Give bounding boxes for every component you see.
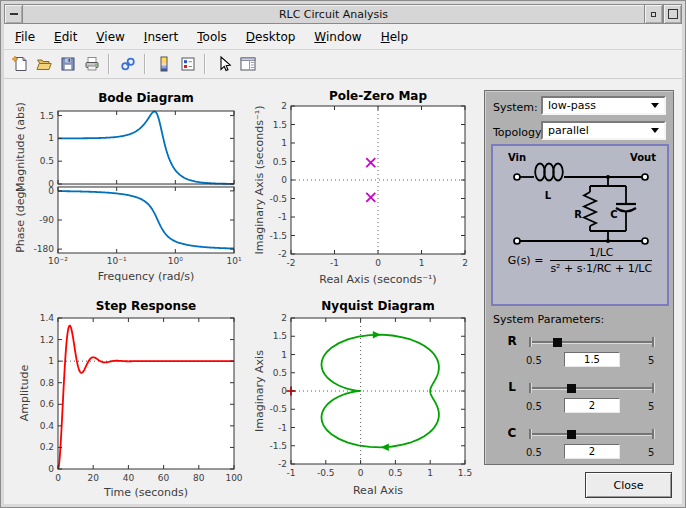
- pole-zero-ylabel: Imaginary Axis (seconds⁻¹): [254, 105, 266, 254]
- x-tick-label: 10⁻¹: [107, 256, 127, 266]
- system-dropdown[interactable]: low-pass: [541, 96, 666, 115]
- menu-bar: FileEditViewInsertToolsDesktopWindowHelp: [4, 25, 682, 49]
- capacitor-label: C: [610, 209, 617, 220]
- nyquist-plot-area: [291, 318, 465, 464]
- pole-zero-plot-area: [291, 106, 465, 254]
- link-plots-icon: [119, 55, 137, 73]
- y-tick-label: 1.4: [40, 313, 55, 323]
- bode-mag-title: Bode Diagram: [98, 91, 194, 105]
- y-tick-label: -1: [278, 212, 287, 222]
- edit-plot-arrow-icon: [215, 55, 233, 73]
- transfer-function-numerator: 1/LC: [550, 246, 652, 261]
- resistor-label: R: [574, 209, 582, 220]
- y-tick-label: 0.8: [40, 378, 55, 388]
- x-tick-label: -1: [330, 258, 339, 268]
- new-document-button[interactable]: [9, 53, 31, 75]
- terminal: [642, 238, 648, 244]
- maximize-button[interactable]: [663, 4, 682, 24]
- x-tick-label: 0.5: [388, 468, 402, 478]
- slider-track[interactable]: [530, 387, 653, 389]
- x-tick-label: 1: [427, 468, 433, 478]
- circuit-schematic: VinVoutLRC: [493, 146, 667, 246]
- slider-min-label: 0.5: [526, 355, 542, 366]
- terminal: [514, 238, 520, 244]
- slider-value-input[interactable]: 2: [564, 398, 620, 413]
- topology-dropdown-value: parallel: [543, 123, 664, 138]
- slider-max-label: 5: [648, 355, 654, 366]
- save-button[interactable]: [57, 53, 79, 75]
- slider-track[interactable]: [530, 341, 653, 343]
- menu-item-tools[interactable]: Tools: [190, 27, 234, 47]
- open-folder-button[interactable]: [33, 53, 55, 75]
- window-menu-button[interactable]: [4, 4, 23, 24]
- topology-dropdown[interactable]: parallel: [541, 121, 666, 140]
- resistor-zigzag: [584, 192, 596, 226]
- control-panel: System: low-pass Topology: parallel VinV…: [484, 90, 674, 465]
- menu-item-insert[interactable]: Insert: [137, 27, 185, 47]
- menu-item-help[interactable]: Help: [374, 27, 415, 47]
- slider-max-tick: [652, 429, 654, 439]
- y-tick-label: 0.2: [40, 442, 54, 452]
- menu-item-window[interactable]: Window: [307, 27, 368, 47]
- chevron-down-icon: [651, 128, 659, 133]
- print-button[interactable]: [81, 53, 103, 75]
- slider-value-input[interactable]: 1.5: [564, 352, 620, 367]
- transfer-function-denominator: s² + s·1/RC + 1/LC: [550, 261, 652, 275]
- close-button[interactable]: Close: [585, 472, 672, 498]
- menu-item-file[interactable]: File: [8, 27, 42, 47]
- bode-mag-ylabel: Magnitude (abs): [14, 102, 27, 192]
- slider-value-input[interactable]: 2: [564, 444, 620, 459]
- slider-handle[interactable]: [553, 338, 562, 347]
- insert-colorbar-button[interactable]: [153, 53, 175, 75]
- minimize-button[interactable]: [644, 4, 663, 24]
- menu-item-edit[interactable]: Edit: [47, 27, 84, 47]
- insert-legend-button[interactable]: [177, 53, 199, 75]
- junction-dot: [606, 239, 610, 243]
- y-tick-label: -1: [278, 423, 287, 433]
- slider-min-tick: [529, 383, 531, 393]
- slider-group-c: C20.55: [485, 423, 675, 469]
- y-tick-label: -1.5: [269, 441, 287, 451]
- title-bar: RLC Circuit Analysis: [4, 4, 682, 24]
- menu-item-desktop[interactable]: Desktop: [239, 27, 303, 47]
- y-tick-label: 0: [281, 175, 287, 185]
- chevron-down-icon: [651, 103, 659, 108]
- toolbar-separator: [144, 54, 146, 74]
- menu-item-view[interactable]: View: [89, 27, 131, 47]
- slider-min-label: 0.5: [526, 447, 542, 458]
- slider-max-tick: [652, 383, 654, 393]
- y-tick-label: 0: [281, 386, 287, 396]
- x-tick-label: 1.5: [458, 468, 472, 478]
- minimize-icon: [651, 12, 656, 17]
- slider-group-r: R1.50.55: [485, 331, 675, 377]
- slider-min-tick: [529, 337, 531, 347]
- inductor-label: L: [545, 190, 552, 201]
- bode-phase-plot-area: [58, 187, 234, 253]
- slider-handle[interactable]: [567, 384, 576, 393]
- show-plot-tools-button[interactable]: [237, 53, 259, 75]
- new-document-icon: [11, 55, 29, 73]
- edit-plot-arrow-button[interactable]: [213, 53, 235, 75]
- y-tick-label: -2: [278, 249, 287, 259]
- x-tick-label: 1: [419, 258, 425, 268]
- x-tick-label: 100: [225, 473, 242, 483]
- slider-label-c: C: [501, 426, 523, 440]
- system-dropdown-value: low-pass: [543, 98, 664, 113]
- circuit-diagram: VinVoutLRC G(s) = 1/LC s² + s·1/RC + 1/L…: [491, 144, 669, 306]
- slider-min-tick: [529, 429, 531, 439]
- slider-handle[interactable]: [567, 430, 576, 439]
- y-tick-label: 0: [48, 186, 54, 196]
- window-title: RLC Circuit Analysis: [23, 4, 644, 24]
- x-tick-label: 0: [375, 258, 381, 268]
- capacitor-curved-plate: [616, 208, 636, 212]
- step-xlabel: Time (seconds): [103, 486, 188, 499]
- slider-min-label: 0.5: [526, 401, 542, 412]
- slider-track[interactable]: [530, 433, 653, 435]
- x-tick-label: 0: [55, 473, 61, 483]
- nyquist-ylabel: Imaginary Axis: [254, 350, 266, 432]
- y-tick-label: -2: [278, 459, 287, 469]
- y-tick-label: 2: [281, 101, 287, 111]
- link-plots-button[interactable]: [117, 53, 139, 75]
- x-tick-label: -0.5: [317, 468, 335, 478]
- nyquist-xlabel: Real Axis: [353, 484, 403, 497]
